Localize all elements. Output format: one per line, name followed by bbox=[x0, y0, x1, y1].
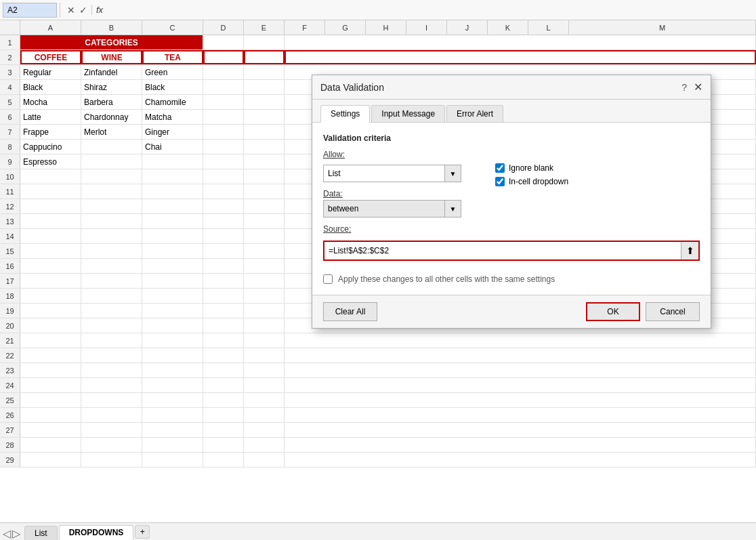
row-num-3: 3 bbox=[0, 65, 20, 79]
allow-label: Allow: bbox=[323, 150, 364, 159]
allow-row: Allow: bbox=[323, 150, 461, 159]
cell-e1[interactable] bbox=[244, 35, 285, 49]
cell-e3[interactable] bbox=[244, 65, 285, 79]
cell-rest-2 bbox=[285, 50, 756, 64]
tab-bar: ◁ ▷ List DROPDOWNS + bbox=[0, 522, 756, 540]
ignore-blank-row: Ignore blank bbox=[495, 163, 568, 173]
cell-a1[interactable]: CATEGORIES bbox=[20, 35, 203, 49]
cell-d1[interactable] bbox=[203, 35, 244, 49]
source-expand-button[interactable]: ⬆ bbox=[681, 242, 698, 259]
cell-a7[interactable]: Frappe bbox=[20, 125, 81, 139]
name-box[interactable]: A2 bbox=[3, 3, 57, 18]
source-section: Source: ⬆ bbox=[323, 224, 700, 261]
source-row: ⬆ bbox=[323, 241, 700, 261]
cell-c2[interactable]: TEA bbox=[142, 50, 203, 64]
tab-nav-left[interactable]: ◁ bbox=[3, 527, 11, 540]
data-dropdown[interactable]: between bbox=[323, 200, 445, 217]
table-row: 29 bbox=[0, 453, 756, 468]
cell-e2[interactable] bbox=[244, 50, 285, 64]
table-row: 22 bbox=[0, 348, 756, 363]
source-input[interactable] bbox=[324, 242, 681, 259]
tab-settings[interactable]: Settings bbox=[320, 105, 370, 123]
in-cell-dropdown-row: In-cell dropdown bbox=[495, 177, 568, 186]
tab-error-alert[interactable]: Error Alert bbox=[446, 105, 503, 122]
col-header-i[interactable]: I bbox=[406, 20, 447, 35]
row-num-1: 1 bbox=[0, 35, 20, 49]
table-row: 24 bbox=[0, 378, 756, 393]
tab-nav-right[interactable]: ▷ bbox=[12, 527, 20, 540]
apply-changes-checkbox[interactable] bbox=[323, 274, 333, 284]
col-header-j[interactable]: J bbox=[447, 20, 488, 35]
data-dropdown-arrow[interactable]: ▼ bbox=[445, 200, 461, 217]
table-row: 28 bbox=[0, 438, 756, 453]
dialog-titlebar: Data Validation ? ✕ bbox=[312, 75, 711, 100]
table-row: 2 COFFEE WINE TEA bbox=[0, 50, 756, 65]
allow-dropdown[interactable]: List bbox=[323, 165, 445, 182]
col-header-l[interactable]: L bbox=[528, 20, 569, 35]
apply-changes-label: Apply these changes to all other cells w… bbox=[338, 274, 555, 284]
col-header-e[interactable]: E bbox=[244, 20, 285, 35]
cell-b9[interactable] bbox=[81, 154, 142, 169]
fx-label: fx bbox=[91, 5, 107, 15]
dialog-title: Data Validation bbox=[320, 82, 384, 93]
formula-bar: A2 ✕ ✓ fx bbox=[0, 0, 756, 20]
col-header-d[interactable]: D bbox=[203, 20, 244, 35]
col-header-m[interactable]: M bbox=[569, 20, 756, 35]
col-header-k[interactable]: K bbox=[488, 20, 528, 35]
col-header-f[interactable]: F bbox=[285, 20, 325, 35]
ok-button[interactable]: OK bbox=[586, 302, 640, 321]
cell-rest-1 bbox=[285, 35, 756, 49]
cell-b3[interactable]: Zinfandel bbox=[81, 65, 142, 79]
cell-a8[interactable]: Cappucino bbox=[20, 140, 81, 154]
clear-all-button[interactable]: Clear All bbox=[323, 302, 377, 321]
col-header-h[interactable]: H bbox=[366, 20, 406, 35]
dialog-help-icon[interactable]: ? bbox=[681, 82, 687, 93]
cell-c3[interactable]: Green bbox=[142, 65, 203, 79]
dialog-close-button[interactable]: ✕ bbox=[694, 81, 702, 94]
cell-c5[interactable]: Chamomile bbox=[142, 95, 203, 109]
data-validation-dialog: Data Validation ? ✕ Settings Input Messa… bbox=[312, 75, 711, 329]
cell-a6[interactable]: Latte bbox=[20, 110, 81, 124]
allow-dropdown-arrow[interactable]: ▼ bbox=[445, 165, 461, 182]
allow-dropdown-wrapper: List ▼ bbox=[323, 165, 461, 182]
table-row: 25 bbox=[0, 393, 756, 408]
cancel-button[interactable]: Cancel bbox=[646, 302, 700, 321]
validation-criteria-label: Validation criteria bbox=[323, 133, 700, 143]
col-header-c[interactable]: C bbox=[142, 20, 203, 35]
cell-b4[interactable]: Shiraz bbox=[81, 80, 142, 94]
formula-bar-icons: ✕ ✓ bbox=[63, 5, 91, 16]
cell-b8[interactable] bbox=[81, 140, 142, 154]
add-sheet-button[interactable]: + bbox=[135, 525, 150, 539]
cell-b6[interactable]: Chardonnay bbox=[81, 110, 142, 124]
cell-c6[interactable]: Matcha bbox=[142, 110, 203, 124]
row-num-2: 2 bbox=[0, 50, 20, 64]
cell-a3[interactable]: Regular bbox=[20, 65, 81, 79]
cell-b2[interactable]: WINE bbox=[81, 50, 142, 64]
cell-b7[interactable]: Merlot bbox=[81, 125, 142, 139]
table-row: 21 bbox=[0, 333, 756, 348]
cell-d3[interactable] bbox=[203, 65, 244, 79]
cell-c9[interactable] bbox=[142, 154, 203, 169]
tab-list[interactable]: List bbox=[24, 526, 58, 540]
cell-a2[interactable]: COFFEE bbox=[20, 50, 81, 64]
cell-c4[interactable]: Black bbox=[142, 80, 203, 94]
cell-c8[interactable]: Chai bbox=[142, 140, 203, 154]
dialog-footer: Clear All OK Cancel bbox=[312, 295, 711, 328]
tab-input-message[interactable]: Input Message bbox=[371, 105, 445, 122]
tab-dropdowns[interactable]: DROPDOWNS bbox=[59, 525, 134, 540]
ignore-blank-checkbox[interactable] bbox=[495, 163, 505, 173]
column-headers: A B C D E F G H I J K L M bbox=[0, 20, 756, 35]
cell-a4[interactable]: Black bbox=[20, 80, 81, 94]
cell-a5[interactable]: Mocha bbox=[20, 95, 81, 109]
in-cell-dropdown-checkbox[interactable] bbox=[495, 177, 505, 186]
data-section: Data: between ▼ bbox=[323, 189, 461, 217]
col-header-a[interactable]: A bbox=[20, 20, 81, 35]
confirm-formula-icon[interactable]: ✓ bbox=[79, 5, 87, 16]
cancel-formula-icon[interactable]: ✕ bbox=[67, 5, 75, 16]
cell-a9[interactable]: Espresso bbox=[20, 154, 81, 169]
cell-c7[interactable]: Ginger bbox=[142, 125, 203, 139]
cell-b5[interactable]: Barbera bbox=[81, 95, 142, 109]
cell-d2[interactable] bbox=[203, 50, 244, 64]
col-header-b[interactable]: B bbox=[81, 20, 142, 35]
col-header-g[interactable]: G bbox=[325, 20, 366, 35]
